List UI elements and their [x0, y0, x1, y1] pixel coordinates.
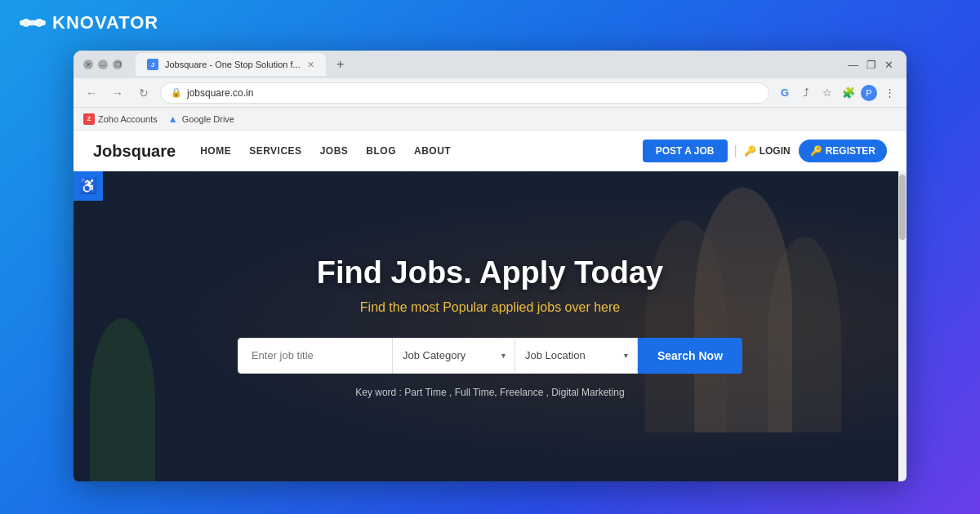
website-content: ♿ Jobsquare HOME SERVICES JOBS BLOG ABOU…	[74, 131, 906, 481]
job-location-select[interactable]: Job Location Mumbai Delhi Bangalore	[515, 338, 638, 374]
window-controls: ✕ — ❐	[83, 60, 122, 69]
reload-btn[interactable]: ↻	[134, 83, 154, 103]
back-btn[interactable]: ←	[82, 83, 101, 103]
extension-icon[interactable]: 🧩	[840, 84, 858, 102]
tab-title: Jobsquare - One Stop Solution f...	[165, 60, 301, 69]
site-navbar: Jobsquare HOME SERVICES JOBS BLOG ABOUT …	[74, 131, 906, 171]
login-btn[interactable]: 🔑 LOGIN	[744, 145, 791, 157]
share-icon[interactable]: ⤴	[797, 84, 815, 102]
nav-blog[interactable]: BLOG	[366, 145, 396, 157]
browser-title-bar: ✕ — ❐ J Jobsquare - One Stop Solution f.…	[74, 51, 906, 78]
bookmarks-bar: Z Zoho Accounts ▲ Google Drive	[74, 108, 906, 131]
login-icon: 🔑	[744, 145, 756, 157]
bookmark-gdrive[interactable]: ▲ Google Drive	[167, 113, 234, 125]
register-btn[interactable]: 🔑 REGISTER	[799, 140, 887, 162]
nav-services[interactable]: SERVICES	[249, 145, 301, 157]
scrollbar-thumb[interactable]	[899, 175, 906, 240]
site-logo: Jobsquare	[93, 142, 176, 161]
browser-window: ✕ — ❐ J Jobsquare - One Stop Solution f.…	[74, 51, 906, 481]
lock-icon: 🔒	[171, 87, 182, 98]
key-icon: 🔑	[810, 145, 822, 157]
login-label: LOGIN	[760, 145, 791, 157]
bookmark-gdrive-label: Google Drive	[182, 114, 234, 124]
more-menu-icon[interactable]: ⋮	[880, 84, 898, 102]
knovator-topbar: KNOVATOR	[0, 0, 980, 45]
nav-about[interactable]: ABOUT	[414, 145, 451, 157]
bookmark-star-icon[interactable]: ☆	[818, 84, 836, 102]
keywords-text: Key word : Part Time , Full Time, Freela…	[355, 387, 624, 398]
window-close-btn[interactable]: ✕	[83, 60, 93, 69]
profile-icon[interactable]: P	[861, 85, 877, 101]
bookmark-zoho-label: Zoho Accounts	[98, 114, 158, 124]
tab-favicon-icon: J	[147, 59, 158, 70]
knovator-logo-icon	[20, 16, 46, 30]
browser-action-bar: G ⤴ ☆ 🧩 P ⋮	[776, 84, 898, 102]
search-now-btn[interactable]: Search Now	[638, 338, 742, 374]
hero-content: Find Jobs. Apply Today Find the most Pop…	[74, 171, 906, 481]
location-select-wrapper: Job Location Mumbai Delhi Bangalore	[515, 338, 638, 374]
hero-title: Find Jobs. Apply Today	[317, 255, 663, 290]
address-bar[interactable]: 🔒 jobsquare.co.in	[160, 82, 769, 104]
forward-btn[interactable]: →	[108, 83, 127, 103]
knovator-logo-text: KNOVATOR	[52, 12, 158, 33]
window-restore-btn[interactable]: ❐	[113, 60, 122, 69]
post-job-btn[interactable]: POST A JOB	[643, 140, 728, 162]
zoho-favicon-icon: Z	[83, 113, 95, 125]
window-x-icon[interactable]: ✕	[884, 59, 893, 71]
job-title-input[interactable]	[238, 338, 393, 374]
register-label: REGISTER	[826, 145, 875, 157]
knovator-logo: KNOVATOR	[20, 12, 158, 33]
job-search-bar: Job Category IT Marketing Design Job Loc…	[238, 338, 742, 374]
window-restore-icon[interactable]: ❐	[866, 59, 876, 71]
tab-close-btn[interactable]: ✕	[307, 60, 314, 70]
url-text: jobsquare.co.in	[187, 87, 253, 99]
accessibility-btn[interactable]: ♿	[74, 171, 103, 201]
hero-section: Find Jobs. Apply Today Find the most Pop…	[74, 171, 906, 481]
job-category-select[interactable]: Job Category IT Marketing Design	[393, 338, 515, 374]
category-select-wrapper: Job Category IT Marketing Design	[393, 338, 515, 374]
tab-bar: J Jobsquare - One Stop Solution f... ✕ +	[136, 53, 841, 76]
window-min-icon[interactable]: —	[848, 59, 858, 71]
gdrive-favicon-icon: ▲	[167, 113, 179, 125]
browser-scrollbar[interactable]	[898, 171, 906, 481]
nav-home[interactable]: HOME	[200, 145, 231, 157]
active-tab[interactable]: J Jobsquare - One Stop Solution f... ✕	[136, 53, 326, 76]
google-icon[interactable]: G	[776, 84, 794, 102]
nav-jobs[interactable]: JOBS	[320, 145, 349, 157]
nav-divider: |	[734, 144, 737, 158]
new-tab-btn[interactable]: +	[331, 55, 350, 74]
address-bar-row: ← → ↻ 🔒 jobsquare.co.in G ⤴ ☆ 🧩 P ⋮	[74, 78, 906, 108]
window-minimize-btn[interactable]: —	[98, 60, 108, 69]
nav-links: HOME SERVICES JOBS BLOG ABOUT	[200, 145, 643, 157]
hero-subtitle: Find the most Popular applied jobs over …	[360, 300, 620, 315]
bookmark-zoho[interactable]: Z Zoho Accounts	[83, 113, 158, 125]
